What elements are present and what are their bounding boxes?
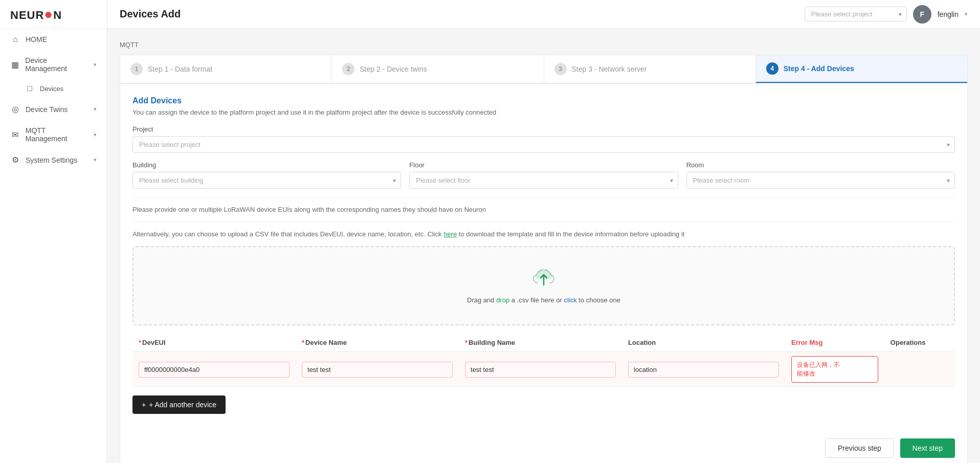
mqtt-icon: ✉ — [10, 130, 20, 140]
sidebar-item-devices-label: Devices — [40, 85, 63, 93]
sidebar-item-device-management[interactable]: ▦ Device Management ▾ — [0, 50, 107, 79]
step-4-label: Step 4 - Add Devices — [784, 64, 854, 73]
device-twins-icon: ◎ — [10, 104, 20, 114]
topbar-right: Please select project F fenglin ▾ — [805, 5, 968, 24]
home-icon: ⌂ — [10, 35, 20, 44]
page-title: Devices Add — [120, 8, 181, 20]
step-1-label: Step 1 - Data format — [148, 65, 212, 73]
room-select-wrapper: Please select room — [686, 172, 955, 189]
floor-label: Floor — [409, 161, 678, 169]
step-3-num: 3 — [554, 63, 567, 75]
upload-area[interactable]: Drag and drop a .csv file here or click … — [132, 246, 955, 325]
sidebar-item-devices[interactable]: □ Devices — [0, 79, 107, 98]
col-building-name: *Building Name — [459, 334, 622, 352]
building-select-wrapper: Please select building — [132, 172, 401, 189]
sidebar-item-mqtt-management[interactable]: ✉ MQTT Management ▾ — [0, 120, 107, 149]
device-management-icon: ▦ — [10, 60, 20, 70]
building-label: Building — [132, 161, 401, 169]
project-select-form-wrapper: Please select project — [132, 136, 955, 153]
avatar: F — [913, 5, 931, 24]
device-table: *DevEUI *Device Name *Building Name Loca… — [132, 334, 955, 387]
input-deveui-0[interactable] — [139, 362, 289, 378]
add-device-button[interactable]: + + Add another device — [132, 395, 226, 414]
sidebar: NEUR●N ⌂ HOME ▦ Device Management ▾ □ De… — [0, 0, 107, 463]
cell-deveui-0 — [132, 352, 296, 387]
location-row: Building Please select building Floor Pl… — [132, 161, 955, 189]
form-section-title: Add Devices — [132, 96, 955, 105]
required-star-deveui: * — [139, 339, 141, 346]
logo-text: NEUR●N — [10, 6, 62, 23]
csv-text-before: Alternatively, you can choose to upload … — [132, 230, 442, 238]
drop-link[interactable]: drop — [496, 296, 509, 304]
upload-text: Drag and drop a .csv file here or click … — [144, 296, 944, 304]
divider-2 — [132, 222, 955, 222]
user-name: fenglin — [938, 10, 959, 18]
choose-text: to choose one — [577, 296, 620, 304]
building-col: Building Please select building — [132, 161, 401, 189]
room-col: Room Please select room — [686, 161, 955, 189]
csv-here-link[interactable]: here — [443, 230, 457, 238]
add-device-icon: + — [142, 401, 146, 409]
room-label: Room — [686, 161, 955, 169]
bottom-actions: Previous step Next step — [132, 430, 955, 458]
lorawan-info: Please provide one or multiple LoRaWAN d… — [132, 206, 955, 213]
form-description: You can assign the device to the platfor… — [132, 108, 955, 116]
cell-error-msg-0: 设备已入网，不 能修改 — [785, 352, 884, 387]
drag-text-2: a .csv file here or — [509, 296, 564, 304]
previous-step-button[interactable]: Previous step — [825, 438, 894, 458]
cell-device-name-0 — [296, 352, 459, 387]
required-star-building: * — [465, 339, 467, 346]
project-select-form[interactable]: Please select project — [132, 136, 955, 153]
sidebar-item-device-management-label: Device Management — [25, 56, 88, 73]
room-select[interactable]: Please select room — [686, 172, 955, 189]
floor-select[interactable]: Please select floor — [409, 172, 678, 189]
form-card: Add Devices You can assign the device to… — [120, 83, 968, 463]
col-operations: Operations — [884, 334, 955, 352]
col-deveui: *DevEUI — [132, 334, 296, 352]
cell-location-0 — [622, 352, 785, 387]
click-link[interactable]: click — [564, 296, 576, 304]
sidebar-item-system-settings[interactable]: ⚙ System Settings ▾ — [0, 149, 107, 171]
steps-container: 1 Step 1 - Data format 2 Step 2 - Device… — [120, 55, 968, 83]
input-device-name-0[interactable] — [302, 362, 453, 378]
project-select-wrapper: Please select project — [805, 7, 907, 21]
step-4[interactable]: 4 Step 4 - Add Devices — [756, 55, 967, 83]
step-3[interactable]: 3 Step 3 - Network server — [544, 55, 756, 83]
drag-text: Drag and — [467, 296, 496, 304]
table-header: *DevEUI *Device Name *Building Name Loca… — [132, 334, 955, 352]
step-2[interactable]: 2 Step 2 - Device twins — [332, 55, 544, 83]
sidebar-item-home[interactable]: ⌂ HOME — [0, 29, 107, 50]
add-device-label: + Add another device — [149, 401, 216, 409]
floor-select-wrapper: Please select floor — [409, 172, 678, 189]
building-select[interactable]: Please select building — [132, 172, 401, 189]
project-select-dropdown[interactable]: Please select project — [805, 7, 907, 21]
col-location: Location — [622, 334, 785, 352]
csv-text-after: to download the template and fill in the… — [459, 230, 685, 238]
table-header-row: *DevEUI *Device Name *Building Name Loca… — [132, 334, 955, 352]
chevron-down-icon-mqtt: ▾ — [94, 131, 97, 138]
project-label: Project — [132, 125, 955, 133]
topbar: Devices Add Please select project F feng… — [107, 0, 980, 29]
step-1[interactable]: 1 Step 1 - Data format — [120, 55, 332, 83]
main-content: Devices Add Please select project F feng… — [107, 0, 980, 463]
floor-col: Floor Please select floor — [409, 161, 678, 189]
input-location-0[interactable] — [628, 362, 779, 378]
step-1-num: 1 — [130, 63, 143, 75]
step-4-num: 4 — [766, 62, 778, 75]
logo-dot: ● — [44, 6, 53, 22]
sidebar-item-home-label: HOME — [26, 35, 47, 43]
sidebar-item-device-twins[interactable]: ◎ Device Twins ▾ — [0, 98, 107, 120]
table-body: 设备已入网，不 能修改 — [132, 352, 955, 387]
settings-icon: ⚙ — [10, 155, 20, 165]
chevron-down-icon: ▾ — [94, 61, 97, 68]
next-step-button[interactable]: Next step — [900, 438, 955, 458]
sidebar-item-settings-label: System Settings — [26, 156, 77, 164]
input-building-name-0[interactable] — [465, 362, 616, 378]
content-area: MQTT 1 Step 1 - Data format 2 Step 2 - D… — [107, 29, 980, 463]
user-chevron-icon: ▾ — [965, 11, 968, 17]
sidebar-item-device-twins-label: Device Twins — [26, 105, 68, 114]
error-msg-0: 设备已入网，不 能修改 — [791, 356, 878, 383]
sidebar-item-mqtt-label: MQTT Management — [26, 126, 88, 143]
table-row: 设备已入网，不 能修改 — [132, 352, 955, 387]
devices-icon: □ — [25, 84, 35, 93]
